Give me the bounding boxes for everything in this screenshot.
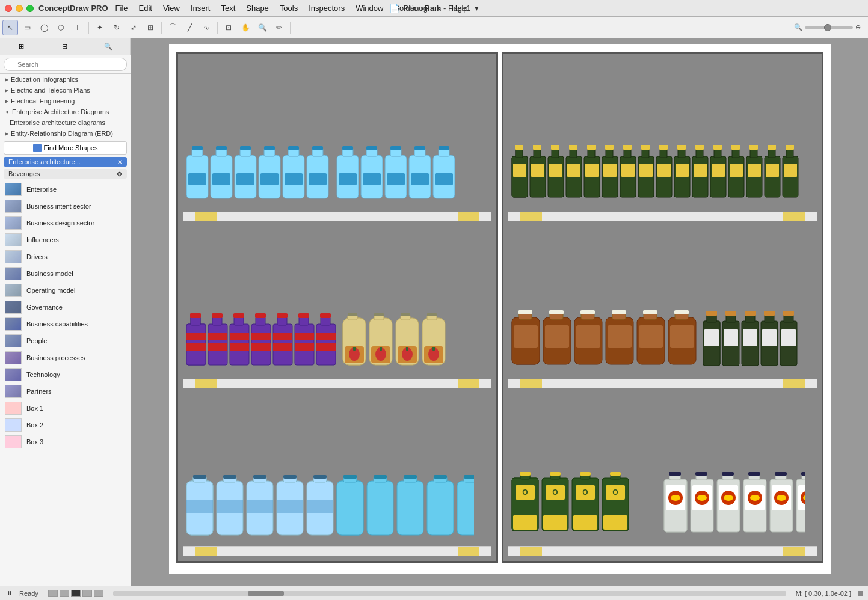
sidebar-tab-shapes[interactable]: ⊞ [0, 38, 43, 55]
sidebar-tab-grid[interactable]: ⊟ [43, 38, 87, 55]
maximize-button[interactable] [26, 5, 34, 12]
price-tag-right [783, 547, 805, 556]
shelf-board [508, 212, 817, 221]
align-tool[interactable]: ⊞ [143, 20, 158, 35]
zoom-out-icon[interactable]: 🔍 [794, 23, 802, 31]
menu-edit[interactable]: Edit [134, 2, 157, 14]
chevron-icon: ▶ [5, 77, 8, 82]
page-2-indicator[interactable] [60, 590, 69, 597]
sidebar-section-enterprise-arch[interactable]: ▼ Enterprise Architecture Diagrams [0, 106, 131, 117]
statusbar: ⏸ Ready M: [ 0.30, 1.0e-02 ] [0, 586, 868, 600]
line-tool[interactable]: ╱ [182, 20, 197, 35]
resize-corner[interactable] [858, 591, 863, 596]
group-tool[interactable]: ⊡ [221, 20, 236, 35]
shape-thumb-model [5, 267, 22, 280]
shape-item-influencers[interactable]: Influencers [0, 231, 131, 248]
shape-item-box3[interactable]: Box 3 [0, 433, 131, 450]
shape-item-governance[interactable]: Governance [0, 299, 131, 316]
close-tab-icon[interactable]: ✕ [117, 159, 122, 165]
sidebar-section-education[interactable]: ▶ Education Infographics [0, 74, 131, 85]
canvas-area[interactable]: O [131, 38, 868, 586]
price-tag-left [195, 547, 217, 556]
sidebar-item-ea-diagrams[interactable]: Enterprise architecture diagrams [0, 117, 131, 128]
pause-button[interactable]: ⏸ [5, 589, 14, 598]
price-tag-right [783, 212, 805, 221]
shape-item-design[interactable]: Business design sector [0, 215, 131, 231]
resize-tool[interactable]: ⤢ [126, 20, 141, 35]
ellipse-tool[interactable]: ◯ [36, 20, 52, 35]
zoom-control[interactable]: 🔍 ⊕ [794, 23, 866, 31]
sidebar-section-erd[interactable]: ▶ Entity-Relationship Diagram (ERD) [0, 128, 131, 139]
connect-tool[interactable]: ⌒ [165, 20, 180, 35]
hand-tool[interactable]: ✋ [238, 20, 253, 35]
pointer-tool[interactable]: ✦ [92, 20, 108, 35]
shape-thumb-processes [5, 351, 22, 364]
horizontal-scrollbar[interactable] [113, 591, 786, 596]
document-title: 📄 Planogram - Page1 ▾ [389, 4, 478, 13]
find-more-label: Find More Shapes [44, 144, 98, 152]
shape-item-people[interactable]: People [0, 332, 131, 349]
text-tool[interactable]: T [70, 20, 85, 35]
rect-tool[interactable]: ▭ [19, 20, 35, 35]
page-1-indicator[interactable] [48, 590, 58, 597]
shelf-board [183, 546, 491, 556]
shape-label-box3: Box 3 [26, 438, 43, 445]
menu-tools[interactable]: Tools [275, 2, 303, 14]
toolbar: ↖ ▭ ◯ ⬡ T ✦ ↻ ⤢ ⊞ ⌒ ╱ ∿ ⊡ ✋ 🔍 ✏ 🔍 ⊕ [0, 17, 868, 38]
shape-tool[interactable]: ⬡ [53, 20, 69, 35]
zoom-thumb[interactable] [824, 24, 831, 31]
zoom-tool[interactable]: 🔍 [254, 20, 270, 35]
menu-insert[interactable]: Insert [186, 2, 215, 14]
curve-tool[interactable]: ∿ [199, 20, 214, 35]
menu-inspectors[interactable]: Inspectors [304, 2, 349, 14]
minimize-button[interactable] [16, 5, 23, 12]
window-controls[interactable] [5, 5, 34, 12]
shape-item-processes[interactable]: Business processes [0, 349, 131, 366]
rotate-tool[interactable]: ↻ [109, 20, 125, 35]
close-button[interactable] [5, 5, 12, 12]
shape-item-enterprise[interactable]: Enterprise [0, 181, 131, 198]
coordinates: M: [ 0.30, 1.0e-02 ] [796, 590, 851, 597]
pen-tool[interactable]: ✏ [271, 20, 287, 35]
section-label: Enterprise Architecture Diagrams [12, 108, 109, 115]
menu-file[interactable]: File [111, 2, 133, 14]
page-4-indicator[interactable] [82, 590, 92, 597]
shape-thumb-governance [5, 301, 22, 314]
menu-text[interactable]: Text [216, 2, 240, 14]
shape-item-capabilities[interactable]: Business capabilities [0, 316, 131, 332]
menu-view[interactable]: View [158, 2, 185, 14]
price-tag-left [195, 379, 217, 388]
find-more-shapes-button[interactable]: + Find More Shapes [4, 141, 127, 155]
page-5-indicator[interactable] [94, 590, 103, 597]
shape-item-tech[interactable]: Technology [0, 366, 131, 383]
menu-shape[interactable]: Shape [241, 2, 274, 14]
canvas-content[interactable]: O [169, 44, 831, 574]
menu-window[interactable]: Window [351, 2, 388, 14]
shape-item-model[interactable]: Business model [0, 265, 131, 282]
shape-item-drivers[interactable]: Drivers [0, 248, 131, 265]
search-input[interactable] [4, 58, 127, 71]
page-3-indicator[interactable] [71, 590, 81, 597]
price-tag-left [195, 212, 217, 221]
select-tool[interactable]: ↖ [2, 20, 18, 35]
shape-item-box1[interactable]: Box 1 [0, 400, 131, 417]
item-label: Enterprise architecture diagrams [10, 119, 105, 126]
sidebar-tab-search[interactable]: 🔍 [87, 38, 131, 55]
scroll-thumb[interactable] [248, 591, 284, 596]
shape-item-intent[interactable]: Business intent sector [0, 198, 131, 215]
shape-item-operating[interactable]: Operating model [0, 282, 131, 299]
sidebar: ⊞ ⊟ 🔍 🔍 ▶ Education Infographics ▶ Elect… [0, 38, 131, 586]
zoom-in-icon[interactable]: ⊕ [855, 23, 861, 31]
sidebar-section-electrical[interactable]: ▶ Electrical Engineering [0, 96, 131, 106]
beverages-tab[interactable]: Beverages ⚙ [4, 169, 127, 179]
settings-tab-icon[interactable]: ⚙ [117, 171, 122, 177]
chevron-icon: ▶ [5, 88, 8, 93]
shape-thumb-people [5, 334, 22, 347]
shape-item-partners[interactable]: Partners [0, 383, 131, 400]
sidebar-section-electric[interactable]: ▶ Electric and Telecom Plans [0, 85, 131, 96]
shape-item-box2[interactable]: Box 2 [0, 417, 131, 433]
shape-label-intent: Business intent sector [26, 203, 91, 210]
zoom-slider[interactable] [805, 26, 853, 29]
enterprise-arch-tab[interactable]: Enterprise architecture... ✕ [4, 157, 127, 167]
right-shelf-unit: O [502, 52, 823, 563]
